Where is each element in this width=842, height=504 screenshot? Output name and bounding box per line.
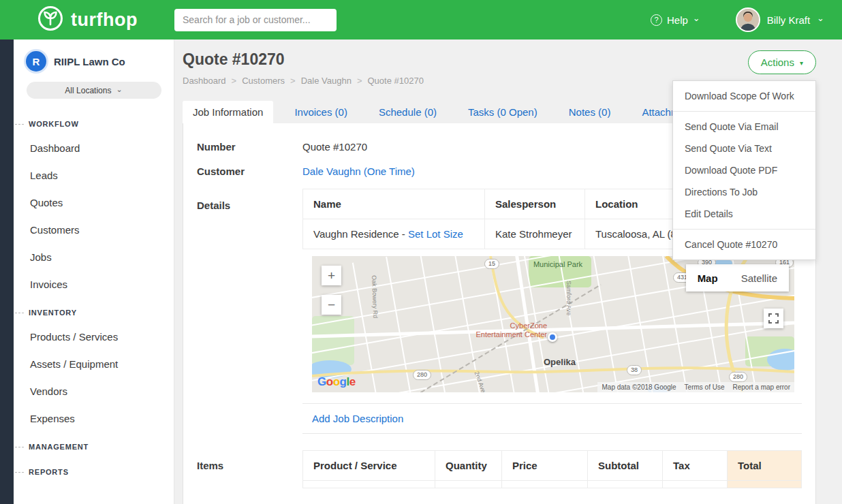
menu-item-download-quote-pdf[interactable]: Download Quote PDF: [673, 159, 815, 181]
sidebar: R RIIPL Lawn Co All Locations ⌄ WORKFLOW…: [14, 40, 174, 504]
customer-type-link[interactable]: (One Time): [364, 166, 415, 177]
section-label: REPORTS: [29, 468, 69, 476]
zoom-in-button[interactable]: +: [322, 266, 341, 285]
details-header-name: Name: [303, 189, 485, 219]
tab-tasks[interactable]: Tasks (0 Open): [458, 101, 548, 123]
google-logo[interactable]: Google: [317, 375, 356, 389]
items-header-quantity: Quantity: [435, 451, 502, 481]
map[interactable]: Municipal Park CyberZone Entertainment C…: [312, 256, 794, 392]
report-map-error-link[interactable]: Report a map error: [733, 383, 790, 391]
actions-button[interactable]: Actions ▾: [748, 50, 816, 74]
menu-item-download-scope[interactable]: Download Scope Of Work: [673, 85, 815, 107]
section-management[interactable]: MANAGEMENT: [14, 432, 174, 458]
sidebar-item-dashboard[interactable]: Dashboard: [14, 135, 174, 162]
items-label: Items: [197, 450, 302, 488]
breadcrumb-separator: >: [357, 76, 362, 86]
actions-label: Actions: [761, 57, 794, 68]
help-menu[interactable]: ? Help ⌄: [651, 14, 700, 26]
map-type-satellite-button[interactable]: Satellite: [730, 264, 789, 292]
route-shield: 280: [413, 370, 431, 380]
breadcrumb-customer-name[interactable]: Dale Vaughn: [301, 76, 352, 86]
menu-item-send-quote-text[interactable]: Send Quote Via Text: [673, 138, 815, 159]
set-lot-size-link[interactable]: Set Lot Size: [408, 228, 463, 240]
map-attribution: Map data ©2018 Google Terms of Use Repor…: [597, 382, 794, 392]
fullscreen-icon: [768, 313, 779, 324]
items-empty-row: [303, 481, 802, 488]
sidebar-item-products-services[interactable]: Products / Services: [14, 324, 174, 351]
sidebar-item-jobs[interactable]: Jobs: [14, 244, 174, 271]
sidebar-item-quotes[interactable]: Quotes: [14, 189, 174, 217]
main-content: Quote #10270 Dashboard > Customers > Dal…: [174, 40, 842, 504]
chevron-down-icon: ⌄: [693, 14, 700, 22]
menu-item-cancel-quote[interactable]: Cancel Quote #10270: [673, 234, 815, 255]
section-label: INVENTORY: [29, 309, 77, 317]
number-value: Quote #10270: [302, 140, 367, 153]
tab-invoices[interactable]: Invoices (0): [284, 101, 358, 123]
map-type-map-button[interactable]: Map: [686, 264, 730, 292]
avatar: [736, 7, 760, 32]
locations-dropdown[interactable]: All Locations ⌄: [27, 82, 161, 99]
breadcrumb-separator: >: [232, 76, 237, 86]
customer-value: Dale Vaughn (One Time): [302, 164, 415, 177]
dash-icon: [15, 472, 24, 473]
items-header-product: Product / Service: [303, 451, 435, 481]
add-job-description-link[interactable]: Add Job Description: [312, 413, 403, 424]
tab-schedule[interactable]: Schedule (0): [369, 101, 447, 123]
sidebar-item-customers[interactable]: Customers: [14, 217, 174, 244]
sidebar-item-invoices[interactable]: Invoices: [14, 271, 174, 298]
company-header[interactable]: R RIIPL Lawn Co: [14, 40, 174, 80]
terms-of-use-link[interactable]: Terms of Use: [685, 383, 725, 391]
sidebar-item-vendors[interactable]: Vendors: [14, 378, 174, 405]
dash-icon: [15, 124, 24, 125]
user-menu[interactable]: Billy Kraft ⌄: [736, 7, 824, 32]
menu-item-edit-details[interactable]: Edit Details: [673, 203, 815, 225]
items-header-subtotal: Subtotal: [588, 451, 663, 481]
section-label: MANAGEMENT: [29, 443, 89, 451]
map-label-municipal-park: Municipal Park: [531, 260, 584, 269]
topbar: turfhop ? Help ⌄ Billy Kraft ⌄: [0, 0, 842, 40]
locations-label: All Locations: [65, 86, 111, 95]
menu-item-send-quote-email[interactable]: Send Quote Via Email: [673, 116, 815, 138]
dash-icon: [15, 447, 24, 447]
items-header-total: Total: [728, 451, 802, 481]
tab-notes[interactable]: Notes (0): [559, 101, 621, 123]
map-data-credit: Map data ©2018 Google: [602, 383, 676, 391]
street-label: Oak Bowery Rd: [371, 275, 379, 318]
sidebar-item-assets-equipment[interactable]: Assets / Equipment: [14, 351, 174, 378]
details-salesperson-cell: Kate Strohmeyer: [485, 219, 585, 249]
sidebar-item-leads[interactable]: Leads: [14, 162, 174, 189]
breadcrumb-dashboard[interactable]: Dashboard: [183, 76, 226, 86]
customer-label: Customer: [197, 164, 302, 177]
breadcrumb-current: Quote #10270: [367, 76, 423, 86]
page-title: Quote #10270: [183, 50, 816, 69]
items-table: Product / Service Quantity Price Subtota…: [302, 450, 802, 488]
zoom-controls: + −: [322, 266, 341, 315]
breadcrumb-customers[interactable]: Customers: [242, 76, 285, 86]
number-label: Number: [197, 140, 302, 153]
poi-line2: Entertainment Center: [452, 330, 547, 339]
side-nav: WORKFLOW Dashboard Leads Quotes Customer…: [14, 110, 174, 483]
brand[interactable]: turfhop: [0, 5, 174, 35]
help-label: Help: [667, 14, 688, 26]
map-label-poi: CyberZone Entertainment Center: [452, 321, 547, 339]
turfhop-logo-icon: [37, 5, 64, 35]
customer-link[interactable]: Dale Vaughn: [302, 166, 361, 177]
section-workflow: WORKFLOW: [14, 110, 174, 135]
help-icon: ?: [651, 14, 662, 26]
street-label: Samford Ave: [565, 281, 572, 315]
route-shield: 280: [729, 372, 747, 382]
menu-item-directions-to-job[interactable]: Directions To Job: [673, 181, 815, 203]
tab-job-information[interactable]: Job Information: [183, 101, 273, 123]
search-input[interactable]: [174, 9, 337, 31]
actions-dropdown-menu: Download Scope Of Work Send Quote Via Em…: [672, 80, 816, 260]
zoom-out-button[interactable]: −: [322, 295, 341, 315]
sidebar-rail: [0, 40, 14, 504]
section-reports[interactable]: REPORTS: [14, 458, 174, 483]
items-header-tax: Tax: [663, 451, 728, 481]
job-description-box: Add Job Description: [302, 403, 802, 434]
details-label: Details: [197, 189, 302, 434]
company-name: RIIPL Lawn Co: [54, 56, 125, 67]
sidebar-item-expenses[interactable]: Expenses: [14, 405, 174, 432]
fullscreen-button[interactable]: [764, 309, 783, 328]
section-label: WORKFLOW: [29, 120, 79, 128]
